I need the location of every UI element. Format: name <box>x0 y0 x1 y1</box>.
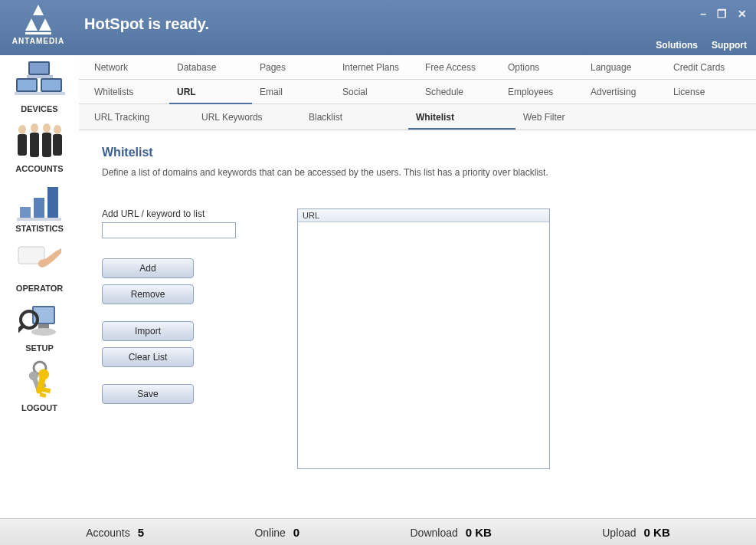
status-upload: Upload 0 KB <box>602 526 670 539</box>
svg-rect-24 <box>47 187 58 218</box>
panel-description: Define a list of domains and keywords th… <box>102 167 733 178</box>
save-button[interactable]: Save <box>102 384 194 404</box>
tabs-secondary: Whitelists URL Email Social Schedule Emp… <box>79 80 756 104</box>
main: Network Database Pages Internet Plans Fr… <box>79 55 756 517</box>
minimize-button[interactable]: – <box>700 8 706 20</box>
svg-rect-40 <box>39 392 46 398</box>
panel-title: Whitelist <box>102 146 733 159</box>
tab-web-filter[interactable]: Web Filter <box>515 105 623 130</box>
status-accounts: Accounts 5 <box>86 526 144 539</box>
tab-whitelists[interactable]: Whitelists <box>87 80 169 104</box>
url-list[interactable]: URL <box>297 208 550 469</box>
form-row: Add URL / keyword to list Add Remove Imp… <box>102 208 733 469</box>
sidebar-item-label: OPERATOR <box>16 284 63 293</box>
status-upload-value: 0 KB <box>644 526 670 539</box>
sidebar-item-logout[interactable]: LOGOUT <box>0 359 79 412</box>
tab-email[interactable]: Email <box>252 80 335 104</box>
logo-text: ANTAMEDIA <box>12 37 64 45</box>
status-accounts-value: 5 <box>138 526 144 539</box>
tab-social[interactable]: Social <box>335 80 417 104</box>
devices-icon <box>13 60 67 104</box>
tab-schedule[interactable]: Schedule <box>417 80 500 104</box>
sidebar-item-setup[interactable]: SETUP <box>0 299 79 353</box>
add-button[interactable]: Add <box>102 258 194 278</box>
svg-point-14 <box>18 125 26 134</box>
status-download-value: 0 KB <box>466 526 492 539</box>
sidebar-item-label: LOGOUT <box>21 403 57 412</box>
tab-license[interactable]: License <box>666 80 748 104</box>
accounts-icon <box>13 120 67 164</box>
tabs-tertiary: URL Tracking URL Keywords Blacklist Whit… <box>79 104 756 130</box>
status-bar: Accounts 5 Online 0 Download 0 KB Upload… <box>0 518 756 545</box>
status-download: Download 0 KB <box>410 526 491 539</box>
tab-network[interactable]: Network <box>87 55 169 80</box>
tab-url-keywords[interactable]: URL Keywords <box>194 105 301 130</box>
tabs-primary: Network Database Pages Internet Plans Fr… <box>79 55 756 80</box>
svg-rect-22 <box>20 207 31 218</box>
sidebar-item-accounts[interactable]: ACCOUNTS <box>0 120 79 173</box>
sidebar-item-operator[interactable]: OPERATOR <box>0 239 79 293</box>
svg-point-16 <box>31 123 38 133</box>
sidebar-item-label: ACCOUNTS <box>15 164 63 173</box>
svg-marker-3 <box>39 18 51 31</box>
svg-rect-23 <box>34 198 44 218</box>
status-upload-label: Upload <box>602 527 636 539</box>
svg-rect-15 <box>18 134 27 156</box>
svg-marker-1 <box>33 5 44 15</box>
window-controls: – ❐ ✕ <box>700 8 747 20</box>
svg-rect-9 <box>18 80 36 90</box>
svg-rect-13 <box>39 92 65 95</box>
svg-point-38 <box>37 368 50 381</box>
clear-list-button[interactable]: Clear List <box>102 347 194 367</box>
status-accounts-label: Accounts <box>86 527 130 539</box>
svg-rect-19 <box>42 133 51 157</box>
tab-url-tracking[interactable]: URL Tracking <box>87 105 194 130</box>
sidebar-item-devices[interactable]: DEVICES <box>0 60 79 113</box>
tab-internet-plans[interactable]: Internet Plans <box>335 55 417 80</box>
svg-point-18 <box>43 123 51 133</box>
remove-button[interactable]: Remove <box>102 284 194 304</box>
logout-icon <box>13 359 67 403</box>
setup-icon <box>13 299 67 343</box>
statistics-icon <box>13 179 67 224</box>
tab-credit-cards[interactable]: Credit Cards <box>666 55 748 80</box>
sidebar-item-label: STATISTICS <box>15 224 64 233</box>
tab-language[interactable]: Language <box>583 55 666 80</box>
btn-group-1: Add Remove <box>102 258 255 304</box>
header: ANTAMEDIA HotSpot is ready. – ❐ ✕ Soluti… <box>0 0 756 55</box>
tab-url[interactable]: URL <box>169 80 252 104</box>
tab-options[interactable]: Options <box>500 55 583 80</box>
logo-mark-icon <box>19 5 57 35</box>
tab-database[interactable]: Database <box>169 55 252 80</box>
sidebar-item-label: DEVICES <box>21 104 57 113</box>
tab-pages[interactable]: Pages <box>252 55 335 80</box>
tab-blacklist[interactable]: Blacklist <box>301 105 408 130</box>
operator-icon <box>13 239 67 284</box>
svg-point-35 <box>28 370 39 382</box>
svg-rect-39 <box>41 386 51 393</box>
tab-free-access[interactable]: Free Access <box>417 55 500 80</box>
import-button[interactable]: Import <box>102 321 194 341</box>
btn-group-3: Save <box>102 384 255 404</box>
tab-advertising[interactable]: Advertising <box>583 80 666 104</box>
header-links: Solutions Support <box>656 40 747 51</box>
svg-rect-25 <box>17 218 61 221</box>
solutions-link[interactable]: Solutions <box>656 40 698 51</box>
sidebar-item-statistics[interactable]: STATISTICS <box>0 179 79 233</box>
support-link[interactable]: Support <box>712 40 747 51</box>
svg-rect-17 <box>30 133 39 157</box>
close-button[interactable]: ✕ <box>738 8 747 20</box>
svg-rect-12 <box>42 80 61 90</box>
maximize-button[interactable]: ❐ <box>717 8 727 20</box>
logo: ANTAMEDIA <box>0 0 77 45</box>
url-list-header: URL <box>298 209 549 222</box>
svg-line-32 <box>18 326 23 332</box>
svg-rect-7 <box>27 75 53 78</box>
add-url-input[interactable] <box>102 222 236 238</box>
svg-rect-10 <box>15 92 41 95</box>
sidebar-item-label: SETUP <box>25 343 54 353</box>
tab-whitelist[interactable]: Whitelist <box>408 105 515 130</box>
svg-marker-2 <box>25 18 38 31</box>
status-online-label: Online <box>254 527 285 539</box>
tab-employees[interactable]: Employees <box>500 80 583 104</box>
